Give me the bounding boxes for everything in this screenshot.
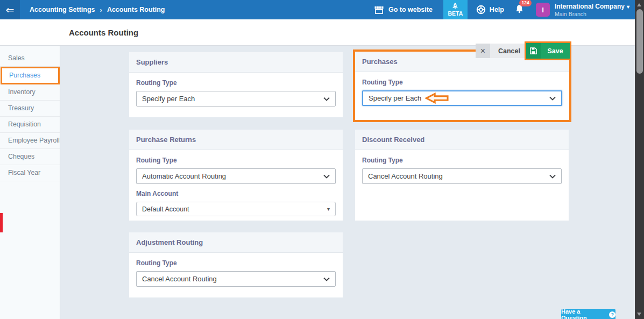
go-to-website-label: Go to website <box>388 6 433 13</box>
sidebar-item-sales[interactable]: Sales <box>0 51 60 67</box>
discount-received-card: Discount Received Routing Type Cancel Ac… <box>355 130 569 221</box>
discount-received-routing-type-label: Routing Type <box>362 157 562 164</box>
sidebar-item-purchases[interactable]: Purchases <box>1 67 60 84</box>
help-button[interactable]: Help <box>476 5 504 15</box>
suppliers-card-title: Suppliers <box>129 52 343 73</box>
purchases-card-highlight-annotation: Purchases Routing Type Specify per Each <box>353 49 571 122</box>
beta-label: BETA <box>448 10 463 17</box>
question-mark-icon: ? <box>609 311 615 318</box>
help-lifering-icon <box>476 5 486 15</box>
save-button[interactable]: Save <box>526 43 570 59</box>
chevron-down-icon <box>323 174 330 179</box>
beta-badge[interactable]: BETA <box>443 0 468 19</box>
chevron-down-icon <box>549 174 556 179</box>
discount-received-routing-type-value: Cancel Account Routing <box>368 172 443 180</box>
save-button-highlight-annotation: Save <box>525 41 571 60</box>
sidebar-item-requisition[interactable]: Requisition <box>0 117 60 133</box>
purchases-routing-type-select[interactable]: Specify per Each <box>362 90 562 106</box>
caret-down-icon: ▾ <box>327 206 330 212</box>
adjustment-routing-card-title: Adjustment Routing <box>129 232 343 253</box>
storefront-icon <box>374 5 384 15</box>
sidebar-item-fiscal-year[interactable]: Fiscal Year <box>0 165 60 181</box>
purchases-routing-type-value: Specify per Each <box>369 94 421 102</box>
purchases-card: Purchases Routing Type Specify per Each <box>355 52 569 120</box>
page-header: Accounts Routing × Cancel Save <box>0 19 635 46</box>
sidebar-item-inventory[interactable]: Inventory <box>0 84 60 101</box>
adjustment-routing-routing-type-value: Cancel Account Routing <box>142 275 217 283</box>
company-name: International Company <box>555 3 625 10</box>
chevron-down-icon <box>323 97 330 101</box>
suppliers-routing-type-value: Specify per Each <box>142 95 195 103</box>
save-button-label: Save <box>541 43 570 59</box>
red-edge-accent <box>0 213 3 232</box>
suppliers-routing-type-select[interactable]: Specify per Each <box>136 91 336 107</box>
discount-received-routing-type-select[interactable]: Cancel Account Routing <box>362 168 562 184</box>
sidebar-item-treasury[interactable]: Treasury <box>0 101 60 117</box>
adjustment-routing-card: Adjustment Routing Routing Type Cancel A… <box>129 232 343 297</box>
have-a-question-button[interactable]: Have a Question ? <box>561 309 615 319</box>
suppliers-routing-type-label: Routing Type <box>136 79 336 87</box>
chevron-down-icon <box>323 277 330 281</box>
save-floppy-icon <box>529 47 537 55</box>
topbar-right-cluster: Go to website BETA Help <box>374 0 629 19</box>
breadcrumb-accounts-routing[interactable]: Accounts Routing <box>107 6 165 13</box>
breadcrumb-accounting-settings[interactable]: Accounting Settings <box>30 6 95 13</box>
scrollbar-thumb[interactable] <box>636 9 643 74</box>
sidebar-item-cheques[interactable]: Cheques <box>0 149 60 165</box>
menu-collapse-button[interactable]: ⇐ <box>0 0 20 19</box>
settings-sidebar: Sales Purchases Inventory Treasury Requi… <box>0 46 60 319</box>
help-label: Help <box>490 6 504 13</box>
company-menu[interactable]: International Company▾ Main Branch <box>555 3 629 17</box>
purchase-returns-card: Purchase Returns Routing Type Automatic … <box>129 130 343 221</box>
cancel-button[interactable]: × Cancel <box>476 44 528 58</box>
scrollbar-down-arrow[interactable] <box>637 313 641 316</box>
breadcrumb: Accounting Settings › Accounts Routing <box>30 0 165 19</box>
purchase-returns-main-account-label: Main Account <box>136 190 336 197</box>
notification-count-badge: 124 <box>519 0 532 6</box>
close-icon: × <box>476 44 490 58</box>
purchase-returns-card-title: Purchase Returns <box>129 130 343 150</box>
branch-name: Main Branch <box>555 11 629 17</box>
go-to-website-link[interactable]: Go to website <box>374 5 433 15</box>
chevron-down-icon <box>549 96 556 101</box>
purchase-returns-main-account-dropdown[interactable]: Default Account ▾ <box>136 202 336 216</box>
chevron-down-icon: ▾ <box>627 4 629 10</box>
purchase-returns-routing-type-label: Routing Type <box>136 157 336 164</box>
breadcrumb-separator-icon: › <box>100 6 102 14</box>
collapse-arrow-icon: ⇐ <box>6 5 15 15</box>
page-title: Accounts Routing <box>69 19 138 45</box>
notifications-button[interactable]: 124 <box>515 4 524 16</box>
sidebar-item-employee-payroll[interactable]: Employee Payroll <box>0 133 60 149</box>
left-arrow-annotation-icon <box>425 93 449 104</box>
cancel-button-label: Cancel <box>490 44 528 58</box>
purchase-returns-main-account-value: Default Account <box>142 205 189 213</box>
suppliers-card: Suppliers Routing Type Specify per Each <box>129 52 343 117</box>
purchase-returns-routing-type-value: Automatic Account Routing <box>142 172 226 180</box>
vertical-scrollbar[interactable] <box>635 0 644 319</box>
adjustment-routing-routing-type-select[interactable]: Cancel Account Routing <box>136 271 336 287</box>
purchase-returns-routing-type-select[interactable]: Automatic Account Routing <box>136 168 336 184</box>
adjustment-routing-routing-type-label: Routing Type <box>136 259 336 267</box>
discount-received-card-title: Discount Received <box>355 130 569 150</box>
purchases-routing-type-label: Routing Type <box>362 79 562 86</box>
have-a-question-label: Have a Question <box>561 308 606 319</box>
scrollbar-up-arrow[interactable] <box>637 3 641 6</box>
rocket-icon <box>452 3 458 10</box>
company-avatar[interactable]: I <box>536 3 550 17</box>
topbar: ⇐ Accounting Settings › Accounts Routing… <box>0 0 635 19</box>
